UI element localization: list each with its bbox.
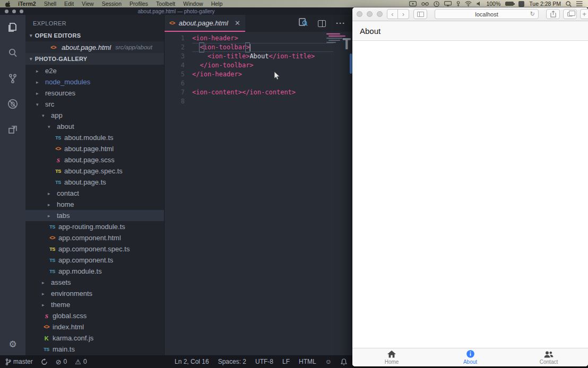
debug-icon[interactable]: [0, 91, 25, 117]
tree-item-karma.conf.js[interactable]: Kkarma.conf.js: [25, 332, 164, 344]
menu-iterm2[interactable]: iTerm2: [18, 1, 36, 7]
tab-about-page-html[interactable]: <> about.page.html ✕: [165, 15, 245, 32]
extensions-icon[interactable]: [0, 117, 25, 142]
tree-item-app.component.spec.ts[interactable]: TSapp.component.spec.ts: [25, 243, 164, 255]
tree-item-main.ts[interactable]: TSmain.ts: [25, 344, 164, 355]
open-editor-item[interactable]: <> about.page.html src/app/about: [25, 41, 164, 53]
menu-window[interactable]: Window: [183, 1, 203, 7]
tree-item-theme[interactable]: ▸theme: [25, 299, 164, 310]
project-section[interactable]: ▾ PHOTO-GALLERY: [25, 53, 164, 65]
menu-shell[interactable]: Shell: [44, 1, 56, 7]
tree-item-app.module.ts[interactable]: TSapp.module.ts: [25, 266, 164, 277]
more-actions-icon[interactable]: ···: [336, 21, 345, 26]
ionic-tab-about[interactable]: About: [431, 348, 509, 366]
ionic-tab-home[interactable]: Home: [352, 348, 431, 366]
git-branch-indicator[interactable]: master: [5, 358, 33, 365]
search-icon[interactable]: [0, 40, 25, 66]
code-line-4: 4 </ion-toolbar>: [165, 61, 352, 70]
tree-item-app.component.ts[interactable]: TSapp.component.ts: [25, 255, 164, 266]
html-file-icon: <>: [48, 235, 57, 241]
menu-toolbelt[interactable]: Toolbelt: [156, 1, 175, 7]
explorer-sidebar: EXPLORER ▾ OPEN EDITORS <> about.page.ht…: [25, 15, 165, 355]
settings-gear-icon[interactable]: ⚙: [0, 339, 25, 350]
menu-bar-clock[interactable]: Tue 2:28 PM: [529, 1, 561, 7]
screen-record-icon[interactable]: [409, 1, 417, 6]
split-editor-icon[interactable]: [318, 20, 326, 27]
dongle-icon[interactable]: [456, 1, 460, 7]
eol-indicator[interactable]: LF: [282, 358, 290, 365]
home-icon: [387, 350, 396, 358]
vscode-title-bar[interactable]: about.page.html — photo-gallery: [0, 7, 352, 15]
tree-item-about.module.ts[interactable]: TSabout.module.ts: [25, 132, 164, 143]
zoom-window-button[interactable]: [20, 10, 23, 13]
minimize-window-button[interactable]: [12, 10, 16, 13]
close-tab-icon[interactable]: ✕: [235, 20, 240, 27]
tree-item-about.page.html[interactable]: <>about.page.html: [25, 143, 164, 154]
cursor-position-indicator[interactable]: Ln 2, Col 16: [175, 358, 209, 365]
tree-item-src[interactable]: ▾src: [25, 99, 164, 110]
forward-button[interactable]: ›: [398, 9, 409, 19]
tree-item-app[interactable]: ▾app: [25, 110, 164, 121]
battery-icon[interactable]: [505, 2, 514, 6]
tree-item-assets[interactable]: ▸assets: [25, 277, 164, 288]
share-button[interactable]: [546, 9, 560, 19]
errors-indicator[interactable]: ⊘ 0: [56, 358, 67, 366]
tree-item-e2e[interactable]: ▸e2e: [25, 65, 164, 76]
volume-icon[interactable]: [477, 1, 481, 6]
explorer-icon[interactable]: [0, 15, 25, 40]
language-mode-indicator[interactable]: HTML: [299, 358, 316, 365]
close-window-button[interactable]: [5, 10, 8, 13]
tree-item-global.scss[interactable]: Sglobal.scss: [25, 310, 164, 321]
tree-item-about[interactable]: ▾about: [25, 121, 164, 132]
code-editor[interactable]: 1<ion-header>2 <ion-toolbar>3 <ion-title…: [165, 32, 352, 355]
close-window-button[interactable]: [357, 11, 362, 17]
input-flag-icon[interactable]: [518, 1, 524, 7]
tab-overview-button[interactable]: [563, 9, 577, 19]
page-content: [352, 41, 588, 348]
tree-item-node_modules[interactable]: ▸node_modules: [25, 76, 164, 87]
menu-view[interactable]: View: [82, 1, 94, 7]
spotlight-icon[interactable]: [566, 1, 572, 7]
back-button[interactable]: ‹: [387, 9, 398, 19]
open-editors-section[interactable]: ▾ OPEN EDITORS: [25, 30, 164, 41]
menu-session[interactable]: Session: [102, 1, 122, 7]
address-bar[interactable]: localhost ↻: [435, 9, 539, 19]
warnings-indicator[interactable]: ⚠ 0: [75, 358, 87, 366]
wifi-icon[interactable]: [465, 1, 472, 6]
menu-help[interactable]: Help: [211, 1, 223, 7]
tree-item-home[interactable]: ▸home: [25, 199, 164, 210]
tree-item-tabs[interactable]: ▸tabs: [25, 210, 164, 221]
reload-icon[interactable]: ↻: [530, 11, 535, 17]
tree-item-about.page.ts[interactable]: TSabout.page.ts: [25, 177, 164, 188]
code-line-5: 5</ion-header>: [165, 70, 352, 79]
clock-icon[interactable]: [434, 1, 439, 7]
source-control-icon[interactable]: [0, 66, 25, 91]
zoom-window-button[interactable]: [377, 11, 383, 17]
menu-edit[interactable]: Edit: [64, 1, 74, 7]
tree-item-environments[interactable]: ▸environments: [25, 288, 164, 299]
sync-indicator[interactable]: [41, 358, 48, 365]
glasses-icon[interactable]: [421, 2, 429, 6]
open-preview-icon[interactable]: [299, 18, 308, 29]
tree-item-contact[interactable]: ▸contact: [25, 188, 164, 199]
tree-item-app-routing.module.ts[interactable]: TSapp-routing.module.ts: [25, 221, 164, 232]
encoding-indicator[interactable]: UTF-8: [255, 358, 273, 365]
minimize-window-button[interactable]: [367, 11, 373, 17]
ionic-tab-contact[interactable]: Contact: [509, 348, 588, 366]
apple-menu-icon[interactable]: [5, 1, 11, 7]
notifications-bell-icon[interactable]: [341, 358, 347, 365]
tree-item-app.component.html[interactable]: <>app.component.html: [25, 232, 164, 243]
airplay-icon[interactable]: [444, 1, 452, 6]
notification-center-icon[interactable]: [576, 1, 583, 6]
feedback-smiley-icon[interactable]: ☺: [325, 358, 332, 365]
new-tab-button[interactable]: +: [580, 9, 588, 19]
tree-item-resources[interactable]: ▸resources: [25, 87, 164, 99]
tree-item-about.page.scss[interactable]: Sabout.page.scss: [25, 154, 164, 165]
indentation-indicator[interactable]: Spaces: 2: [218, 358, 246, 365]
tree-item-about.page.spec.ts[interactable]: TSabout.page.spec.ts: [25, 165, 164, 177]
chevron-right-icon: ▸: [42, 291, 49, 296]
sidebar-toggle-button[interactable]: [413, 9, 427, 19]
tree-item-index.html[interactable]: <>index.html: [25, 321, 164, 332]
menu-profiles[interactable]: Profiles: [129, 1, 148, 7]
line-number: 8: [165, 97, 185, 106]
